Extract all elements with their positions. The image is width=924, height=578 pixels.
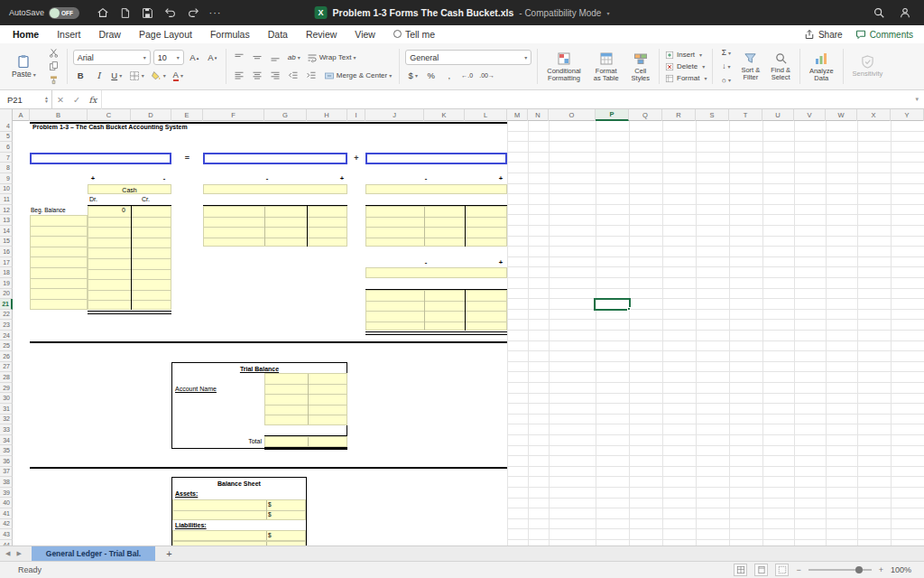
right-account-name-cell[interactable] bbox=[365, 184, 507, 195]
row-header-14[interactable]: 14 bbox=[0, 226, 13, 237]
account-name-label[interactable]: Account Name bbox=[175, 384, 217, 395]
decrease-indent-icon[interactable] bbox=[286, 68, 301, 83]
row-header-21[interactable]: 21 bbox=[0, 299, 13, 310]
cash-cr-label[interactable]: Cr. bbox=[142, 194, 150, 205]
total-label[interactable]: Total bbox=[175, 436, 262, 447]
align-center-icon[interactable] bbox=[250, 68, 265, 83]
column-header-K[interactable]: K bbox=[424, 109, 465, 121]
enter-icon[interactable]: ✓ bbox=[69, 95, 85, 105]
fill-button[interactable]: ↓▾ bbox=[718, 60, 734, 72]
menu-insert[interactable]: Insert bbox=[57, 29, 80, 40]
orientation-button[interactable]: ab▾ bbox=[286, 50, 302, 65]
clear-button[interactable]: ○▾ bbox=[718, 74, 734, 87]
row-header-43[interactable]: 43 bbox=[0, 529, 13, 540]
decrease-font-size-button[interactable]: A▾ bbox=[205, 50, 220, 65]
cash-dr-label[interactable]: Dr. bbox=[89, 194, 97, 205]
column-header-U[interactable]: U bbox=[762, 109, 794, 121]
font-name-select[interactable]: Arial▾ bbox=[73, 50, 151, 65]
autosum-button[interactable]: Σ▾ bbox=[718, 46, 734, 59]
home-icon[interactable] bbox=[96, 6, 109, 20]
normal-view-icon[interactable] bbox=[734, 564, 747, 576]
comments-button[interactable]: Comments bbox=[855, 29, 913, 40]
row-header-34[interactable]: 34 bbox=[0, 435, 13, 446]
row-header-26[interactable]: 26 bbox=[0, 351, 13, 362]
row-header-6[interactable]: 6 bbox=[0, 142, 13, 153]
row-header-42[interactable]: 42 bbox=[0, 519, 13, 530]
row-header-31[interactable]: 31 bbox=[0, 404, 13, 415]
zoom-out-icon[interactable]: − bbox=[796, 565, 800, 574]
assets-label[interactable]: Assets: bbox=[175, 489, 198, 499]
middle-account-name-cell[interactable] bbox=[203, 184, 347, 195]
right-entry-cells[interactable] bbox=[365, 206, 507, 247]
column-header-P[interactable]: P bbox=[596, 109, 629, 121]
menu-tell-me[interactable]: Tell me bbox=[393, 29, 435, 40]
undo-icon[interactable] bbox=[163, 6, 177, 20]
row-header-5[interactable]: 5 bbox=[0, 132, 13, 143]
search-icon[interactable] bbox=[872, 6, 885, 20]
total-amount-cells[interactable] bbox=[264, 436, 347, 447]
decrease-decimal-button[interactable]: ←.0 bbox=[459, 68, 475, 83]
account-icon[interactable] bbox=[898, 6, 911, 20]
formula-input[interactable] bbox=[101, 90, 915, 109]
liabilities-amount-cells[interactable] bbox=[172, 530, 306, 541]
right2-account-name-cell[interactable] bbox=[365, 267, 507, 278]
menu-draw[interactable]: Draw bbox=[98, 29, 121, 40]
align-middle-icon[interactable] bbox=[250, 50, 265, 65]
row-header-30[interactable]: 30 bbox=[0, 393, 13, 404]
row-header-13[interactable]: 13 bbox=[0, 215, 13, 226]
row-header-22[interactable]: 22 bbox=[0, 310, 13, 321]
column-header-S[interactable]: S bbox=[696, 109, 729, 121]
comma-button[interactable]: , bbox=[441, 68, 457, 83]
row-header-15[interactable]: 15 bbox=[0, 237, 13, 247]
row-header-36[interactable]: 36 bbox=[0, 456, 13, 467]
name-box-stepper[interactable]: ▲▼ bbox=[44, 96, 49, 103]
row-header-16[interactable]: 16 bbox=[0, 247, 13, 257]
worksheet-title[interactable]: Problem 1-3 – The Cash Bucket Accounting… bbox=[32, 122, 411, 133]
equation-box-assets[interactable] bbox=[30, 153, 171, 164]
middle-entry-cells[interactable] bbox=[203, 206, 347, 247]
increase-font-size-button[interactable]: A▴ bbox=[187, 50, 202, 65]
row-header-29[interactable]: 29 bbox=[0, 383, 13, 394]
currency-button[interactable]: $▾ bbox=[405, 68, 420, 83]
paste-button[interactable]: Paste▾ bbox=[6, 46, 42, 87]
row-header-24[interactable]: 24 bbox=[0, 331, 13, 341]
fill-handle[interactable] bbox=[627, 307, 631, 311]
cell-styles-button[interactable]: CellStyles bbox=[628, 46, 653, 87]
row-header-28[interactable]: 28 bbox=[0, 372, 13, 383]
align-left-icon[interactable] bbox=[232, 68, 247, 83]
trial-balance-amount-cells[interactable] bbox=[264, 373, 347, 425]
sheet-canvas[interactable]: Problem 1-3 – The Cash Bucket Accounting… bbox=[0, 121, 924, 545]
title-chevron-icon[interactable]: ▾ bbox=[606, 10, 609, 16]
row-header-17[interactable]: 17 bbox=[0, 257, 13, 268]
column-header-T[interactable]: T bbox=[729, 109, 762, 121]
tab-scroll-right-icon[interactable]: ▶ bbox=[16, 550, 23, 557]
align-bottom-icon[interactable] bbox=[268, 50, 283, 65]
equation-box-liabilities[interactable] bbox=[203, 153, 347, 164]
increase-indent-icon[interactable] bbox=[304, 68, 319, 83]
new-document-icon[interactable] bbox=[118, 6, 132, 20]
zoom-slider-knob[interactable] bbox=[855, 566, 863, 573]
redo-icon[interactable] bbox=[186, 6, 199, 20]
align-right-icon[interactable] bbox=[268, 68, 283, 83]
column-header-W[interactable]: W bbox=[826, 109, 857, 121]
row-header-44[interactable]: 44 bbox=[0, 540, 13, 545]
autosave-pill[interactable]: OFF bbox=[49, 7, 79, 19]
fill-color-button[interactable]: ▾ bbox=[149, 68, 168, 83]
column-header-I[interactable]: I bbox=[347, 109, 365, 121]
delete-cells-button[interactable]: Delete▾ bbox=[665, 62, 707, 71]
font-color-button[interactable]: A▾ bbox=[171, 68, 186, 83]
save-icon[interactable] bbox=[141, 6, 154, 20]
selected-cell-P21[interactable] bbox=[594, 298, 631, 312]
row-header-35[interactable]: 35 bbox=[0, 445, 13, 456]
column-header-E[interactable]: E bbox=[171, 109, 203, 121]
assets-amount-cells[interactable] bbox=[172, 499, 306, 520]
conditional-formatting-button[interactable]: ConditionalFormatting bbox=[543, 46, 585, 87]
liabilities-label[interactable]: Liabilities: bbox=[175, 520, 207, 531]
cash-label-cells[interactable] bbox=[30, 215, 88, 309]
collapse-formula-bar-icon[interactable]: ▾ bbox=[915, 96, 919, 103]
page-layout-view-icon[interactable] bbox=[754, 564, 768, 576]
row-header-20[interactable]: 20 bbox=[0, 289, 13, 300]
find-select-button[interactable]: Find &Select bbox=[767, 46, 794, 87]
cut-button[interactable] bbox=[46, 46, 61, 59]
column-header-O[interactable]: O bbox=[549, 109, 596, 121]
